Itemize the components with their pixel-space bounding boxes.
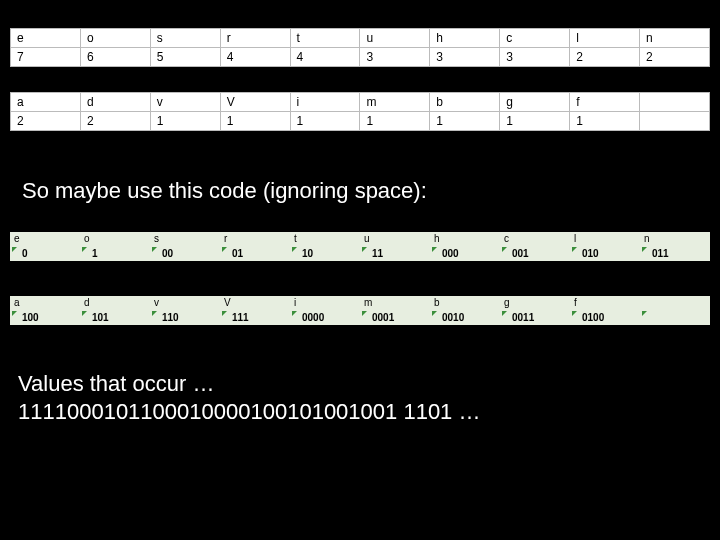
- caption-values-line1: Values that occur …: [18, 371, 214, 396]
- freq1-char-9: n: [640, 29, 710, 48]
- freq1-count-4: 4: [290, 48, 360, 67]
- table-row: 0 1 00 01 10 11 000 001 010 011: [10, 245, 710, 261]
- code2-code-5: 0001: [360, 309, 430, 325]
- code2-char-2: v: [150, 296, 220, 309]
- code2-code-3: 111: [220, 309, 290, 325]
- code2-char-6: b: [430, 296, 500, 309]
- code1-char-6: h: [430, 232, 500, 245]
- freq2-char-5: m: [360, 93, 430, 112]
- code2-char-0: a: [10, 296, 80, 309]
- freq1-char-7: c: [500, 29, 570, 48]
- freq1-count-7: 3: [500, 48, 570, 67]
- code1-char-7: c: [500, 232, 570, 245]
- code2-char-8: f: [570, 296, 640, 309]
- freq2-char-8: f: [570, 93, 640, 112]
- table-row: a d v V i m b g f: [11, 93, 710, 112]
- freq1-char-1: o: [80, 29, 150, 48]
- code1-char-5: u: [360, 232, 430, 245]
- code2-code-2: 110: [150, 309, 220, 325]
- code1-code-4: 10: [290, 245, 360, 261]
- code1-code-5: 11: [360, 245, 430, 261]
- freq1-char-6: h: [430, 29, 500, 48]
- caption-code-intro: So maybe use this code (ignoring space):: [22, 178, 427, 204]
- table-row: e o s r t u h c l n: [11, 29, 710, 48]
- freq2-count-3: 1: [220, 112, 290, 131]
- code2-code-8: 0100: [570, 309, 640, 325]
- freq1-count-2: 5: [150, 48, 220, 67]
- code1-code-1: 1: [80, 245, 150, 261]
- freq1-count-0: 7: [11, 48, 81, 67]
- code1-code-0: 0: [10, 245, 80, 261]
- code2-cell-empty: [640, 296, 710, 309]
- freq2-char-6: b: [430, 93, 500, 112]
- code2-cell-empty: [640, 309, 710, 325]
- code1-code-7: 001: [500, 245, 570, 261]
- code2-code-7: 0011: [500, 309, 570, 325]
- freq1-char-2: s: [150, 29, 220, 48]
- freq1-count-1: 6: [80, 48, 150, 67]
- freq2-count-1: 2: [80, 112, 150, 131]
- code1-code-9: 011: [640, 245, 710, 261]
- freq2-count-8: 1: [570, 112, 640, 131]
- freq2-char-3: V: [220, 93, 290, 112]
- freq1-count-6: 3: [430, 48, 500, 67]
- freq1-count-8: 2: [570, 48, 640, 67]
- freq2-count-2: 1: [150, 112, 220, 131]
- code2-char-3: V: [220, 296, 290, 309]
- freq1-count-9: 2: [640, 48, 710, 67]
- freq2-char-7: g: [500, 93, 570, 112]
- code1-code-8: 010: [570, 245, 640, 261]
- freq2-char-4: i: [290, 93, 360, 112]
- freq1-count-5: 3: [360, 48, 430, 67]
- code2-code-4: 0000: [290, 309, 360, 325]
- code2-code-1: 101: [80, 309, 150, 325]
- freq2-count-7: 1: [500, 112, 570, 131]
- code2-char-4: i: [290, 296, 360, 309]
- code2-code-0: 100: [10, 309, 80, 325]
- table-row: a d v V i m b g f: [10, 296, 710, 309]
- freq2-count-4: 1: [290, 112, 360, 131]
- code2-char-7: g: [500, 296, 570, 309]
- code2-char-5: m: [360, 296, 430, 309]
- table-row: 2 2 1 1 1 1 1 1 1: [11, 112, 710, 131]
- freq2-count-5: 1: [360, 112, 430, 131]
- table-row: e o s r t u h c l n: [10, 232, 710, 245]
- table-row: 7 6 5 4 4 3 3 3 2 2: [11, 48, 710, 67]
- freq2-count-6: 1: [430, 112, 500, 131]
- freq1-char-3: r: [220, 29, 290, 48]
- code1-char-0: e: [10, 232, 80, 245]
- caption-values-line2: 1111000101100010000100101001001 1101 …: [18, 399, 480, 424]
- freq1-char-0: e: [11, 29, 81, 48]
- freq2-char-0: a: [11, 93, 81, 112]
- freq2-char-1: d: [80, 93, 150, 112]
- code-table-2: a d v V i m b g f 100 101 110 111 0000 0…: [10, 296, 710, 325]
- freq2-count-0: 2: [11, 112, 81, 131]
- freq1-count-3: 4: [220, 48, 290, 67]
- code1-code-3: 01: [220, 245, 290, 261]
- frequency-table-1: e o s r t u h c l n 7 6 5 4 4 3 3 3 2 2: [10, 28, 710, 67]
- freq1-char-4: t: [290, 29, 360, 48]
- code1-code-2: 00: [150, 245, 220, 261]
- frequency-table-2: a d v V i m b g f 2 2 1 1 1 1 1 1 1: [10, 92, 710, 131]
- slide: e o s r t u h c l n 7 6 5 4 4 3 3 3 2 2 …: [0, 0, 720, 540]
- freq2-char-2: v: [150, 93, 220, 112]
- freq2-cell-empty: [640, 93, 710, 112]
- freq2-cell-empty: [640, 112, 710, 131]
- table-row: 100 101 110 111 0000 0001 0010 0011 0100: [10, 309, 710, 325]
- code-table-1: e o s r t u h c l n 0 1 00 01 10 11 000 …: [10, 232, 710, 261]
- caption-values: Values that occur … 11110001011000100001…: [18, 370, 480, 425]
- code1-code-6: 000: [430, 245, 500, 261]
- code2-code-6: 0010: [430, 309, 500, 325]
- code1-char-9: n: [640, 232, 710, 245]
- code1-char-3: r: [220, 232, 290, 245]
- code2-char-1: d: [80, 296, 150, 309]
- freq1-char-8: l: [570, 29, 640, 48]
- code1-char-8: l: [570, 232, 640, 245]
- freq1-char-5: u: [360, 29, 430, 48]
- code1-char-1: o: [80, 232, 150, 245]
- code1-char-4: t: [290, 232, 360, 245]
- code1-char-2: s: [150, 232, 220, 245]
